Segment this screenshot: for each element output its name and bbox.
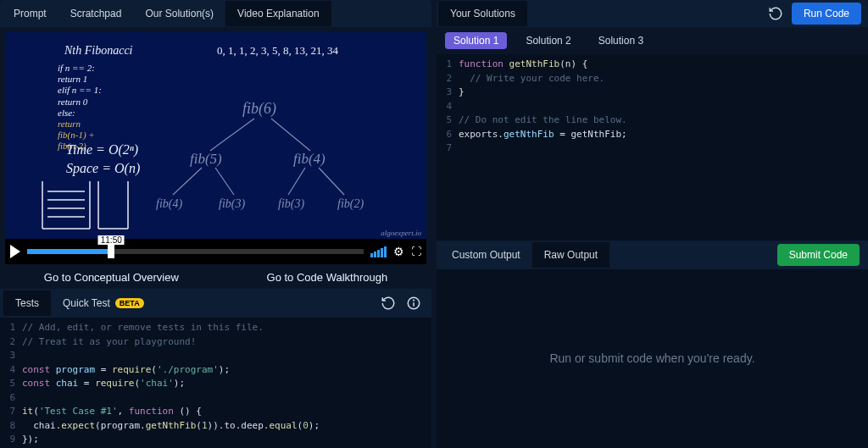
svg-line-13: [215, 168, 234, 195]
video-progress[interactable]: 11:50: [27, 249, 364, 254]
reset-solution-icon[interactable]: [766, 4, 785, 23]
svg-line-14: [288, 168, 305, 195]
stack-diagram: [39, 181, 132, 234]
reset-tests-icon[interactable]: [379, 294, 398, 312]
output-area: Run or submit code when you're ready.: [437, 269, 868, 449]
video-links: Go to Conceptual Overview Go to Code Wal…: [0, 269, 431, 289]
right-header: Your Solutions Run Code: [437, 0, 868, 27]
tree-edges: [149, 115, 387, 200]
tests-editor[interactable]: 1// Add, edit, or remove tests in this f…: [0, 318, 431, 448]
svg-point-18: [414, 300, 415, 301]
solution-tab-3[interactable]: Solution 3: [590, 32, 652, 49]
left-panel: PromptScratchpadOur Solution(s)Video Exp…: [0, 0, 431, 448]
run-code-button[interactable]: Run Code: [792, 3, 861, 25]
sequence: 0, 1, 1, 2, 3, 5, 8, 13, 21, 34: [217, 44, 338, 58]
top-tab-video-explanation[interactable]: Video Explanation: [225, 1, 331, 26]
top-tab-prompt[interactable]: Prompt: [2, 1, 58, 26]
solution-tabs: Solution 1Solution 2Solution 3: [437, 27, 868, 54]
svg-line-12: [173, 168, 202, 195]
time-complexity: Time = O(2ⁿ): [66, 142, 138, 158]
conceptual-link[interactable]: Go to Conceptual Overview: [44, 271, 179, 284]
solution-tab-1[interactable]: Solution 1: [445, 32, 507, 49]
tab-tests[interactable]: Tests: [3, 290, 51, 316]
top-tab-our-solution-s-[interactable]: Our Solution(s): [133, 1, 225, 26]
video-player: Nth Fibonacci 0, 1, 1, 2, 3, 5, 8, 13, 2…: [5, 32, 426, 264]
tab-custom-output[interactable]: Custom Output: [440, 242, 532, 268]
left-top-tabs: PromptScratchpadOur Solution(s)Video Exp…: [0, 0, 431, 27]
info-icon[interactable]: [404, 294, 423, 312]
walkthrough-link[interactable]: Go to Code Walkthrough: [267, 271, 388, 284]
volume-icon[interactable]: [370, 246, 387, 257]
tab-quick-test[interactable]: Quick TestBETA: [51, 290, 156, 316]
solution-editor[interactable]: 1function getNthFib(n) {2 // Write your …: [437, 54, 868, 241]
video-title: Nth Fibonacci: [64, 44, 133, 58]
timecode: 11:50: [98, 235, 125, 245]
settings-icon[interactable]: ⚙: [393, 245, 404, 258]
svg-line-11: [271, 119, 310, 151]
your-solutions-label: Your Solutions: [438, 1, 527, 26]
solution-tab-2[interactable]: Solution 2: [517, 32, 579, 49]
video-controls: 11:50 ⚙ ⛶: [5, 239, 426, 264]
play-button[interactable]: [10, 245, 20, 258]
tests-tabs: Tests Quick TestBETA: [0, 289, 431, 318]
space-complexity: Space = O(n): [66, 161, 140, 176]
beta-badge: BETA: [115, 298, 144, 308]
watermark: algoexpert.io: [381, 229, 421, 237]
output-tabs: Custom Output Raw Output Submit Code: [437, 241, 868, 269]
pseudocode: if n == 2: return 1elif n == 1: return 0…: [58, 63, 102, 119]
fullscreen-icon[interactable]: ⛶: [411, 246, 421, 257]
tab-raw-output[interactable]: Raw Output: [532, 242, 609, 268]
svg-line-15: [319, 168, 344, 195]
top-tab-scratchpad[interactable]: Scratchpad: [58, 1, 134, 26]
output-placeholder: Run or submit code when you're ready.: [549, 351, 754, 365]
right-panel: Your Solutions Run Code Solution 1Soluti…: [437, 0, 868, 448]
svg-line-10: [210, 119, 254, 151]
video-canvas: Nth Fibonacci 0, 1, 1, 2, 3, 5, 8, 13, 2…: [5, 32, 426, 239]
submit-code-button[interactable]: Submit Code: [777, 244, 860, 266]
